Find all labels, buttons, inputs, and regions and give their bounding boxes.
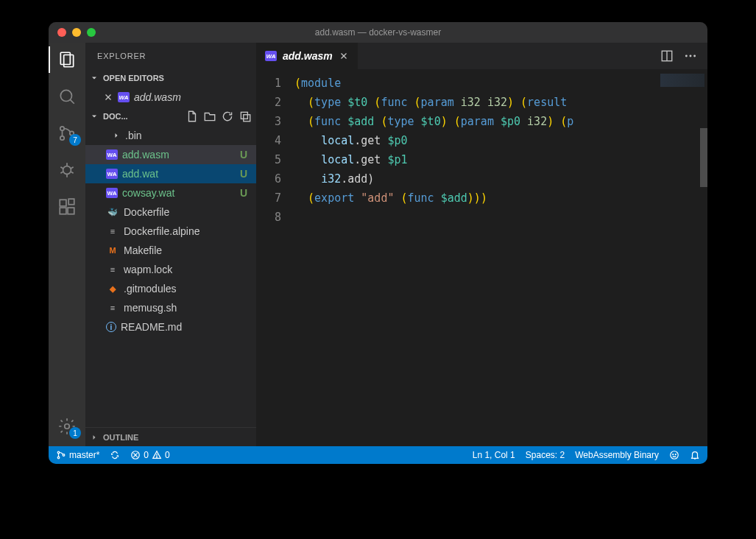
close-icon[interactable] [103,92,113,102]
file-icon: ≡ [106,302,119,314]
file-name: README.md [121,321,182,333]
extensions-activity-icon[interactable] [57,197,77,216]
collapse-all-icon[interactable] [239,110,252,123]
warning-count: 0 [165,450,170,460]
svg-point-38 [671,451,679,459]
indentation-status[interactable]: Spaces: 2 [526,450,565,460]
explorer-activity-icon[interactable] [57,50,77,69]
code-content[interactable]: (module (type $t0 (func (param i32 i32) … [294,69,707,446]
svg-point-31 [57,457,60,459]
maximize-window-button[interactable] [87,28,96,37]
tab-filename: add.wasm [283,50,333,62]
wasm-file-icon: WA [118,92,130,102]
git-status: U [240,168,250,180]
problems-status[interactable]: 0 0 [130,450,169,460]
file-item[interactable]: ≡wapm.lock [85,260,256,279]
svg-point-30 [57,451,60,454]
new-file-icon[interactable] [186,110,199,123]
file-item[interactable]: MMakefile [85,241,256,260]
git-status: U [240,149,250,161]
file-name: add.wat [122,168,158,180]
search-activity-icon[interactable] [57,87,77,106]
chevron-right-icon [90,433,99,442]
open-editors-header[interactable]: OPEN EDITORS [85,68,256,88]
file-item[interactable]: iREADME.md [85,317,256,337]
close-window-button[interactable] [57,28,66,37]
wasm-file-icon: WA [106,169,118,179]
feedback-icon[interactable] [669,450,679,460]
sidebar: EXPLORER OPEN EDITORS WAadd.wasm DOC... … [85,43,256,446]
file-name: wapm.lock [124,264,172,275]
sync-status[interactable] [110,450,120,460]
svg-point-5 [60,136,64,140]
svg-line-11 [60,172,63,173]
vscode-window: add.wasm — docker-vs-wasmer 7 [49,22,707,464]
file-item[interactable]: WAadd.wasmU [85,145,256,164]
wasm-file-icon: WA [106,149,118,160]
file-name: Dockerfile.alpine [124,225,200,237]
line-numbers: 12345678 [256,69,294,446]
status-bar: master* 0 0 Ln 1, Col 1 Spaces: 2 WebAss… [49,446,707,464]
file-item[interactable]: 🐳Dockerfile [85,202,256,222]
minimap[interactable] [660,74,704,87]
refresh-icon[interactable] [221,110,234,123]
branch-status[interactable]: master* [56,450,99,460]
file-name: add.wasm [122,149,169,161]
outline-label: OUTLINE [103,433,138,442]
open-editor-item[interactable]: WAadd.wasm [85,88,256,107]
svg-point-37 [157,457,158,457]
file-item[interactable]: WAadd.watU [85,164,256,183]
more-actions-icon[interactable] [684,49,697,63]
git-icon: ◆ [106,283,119,295]
debug-activity-icon[interactable] [57,161,77,180]
minimize-window-button[interactable] [72,28,81,37]
settings-badge: 1 [69,427,81,439]
sidebar-title: EXPLORER [85,43,256,68]
file-item[interactable]: ≡memusg.sh [85,298,256,317]
tab-bar: WA add.wasm [256,43,707,69]
file-item[interactable]: WAcowsay.watU [85,183,256,202]
svg-point-29 [693,55,696,57]
notifications-icon[interactable] [690,450,700,460]
cursor-position[interactable]: Ln 1, Col 1 [473,450,515,460]
svg-rect-16 [68,208,74,214]
svg-line-12 [71,172,73,173]
svg-point-28 [690,55,692,57]
outline-header[interactable]: OUTLINE [85,427,256,446]
scm-activity-icon[interactable]: 7 [57,124,77,143]
language-mode[interactable]: WebAssembly Binary [575,450,659,460]
svg-line-3 [70,99,74,103]
split-editor-icon[interactable] [660,49,674,63]
chevron-down-icon [90,112,99,121]
file-item[interactable]: ◆.gitmodules [85,279,256,298]
file-name: memusg.sh [124,302,177,314]
scm-badge: 7 [69,134,81,146]
file-name: Dockerfile [124,206,169,218]
svg-point-40 [675,454,676,455]
svg-rect-21 [241,112,247,119]
new-folder-icon[interactable] [203,110,216,123]
branch-name: master* [69,450,99,460]
warning-icon [152,450,162,460]
close-tab-icon[interactable] [339,51,349,61]
file-name: cowsay.wat [122,187,174,199]
folder-header[interactable]: DOC... [85,107,256,126]
editor-area: WA add.wasm 12345678 (module (type $t0 (… [256,43,707,446]
chevron-right-icon [112,131,121,140]
activity-bar: 7 1 [49,43,85,446]
editor-tab[interactable]: WA add.wasm [256,43,358,69]
titlebar[interactable]: add.wasm — docker-vs-wasmer [49,22,707,43]
file-item[interactable]: ≡Dockerfile.alpine [85,222,256,241]
settings-gear-icon[interactable]: 1 [57,417,77,436]
file-icon: ≡ [106,264,119,275]
folder-item[interactable]: .bin [85,126,256,145]
open-editors-list: WAadd.wasm [85,88,256,107]
scrollbar-thumb[interactable] [700,128,707,187]
git-status: U [240,187,250,199]
wasm-file-icon: WA [265,51,277,61]
file-name: .gitmodules [124,283,177,295]
editor-code[interactable]: 12345678 (module (type $t0 (func (param … [256,69,707,446]
svg-line-10 [71,167,73,169]
open-editor-filename: add.wasm [134,91,181,103]
svg-rect-15 [60,208,66,214]
